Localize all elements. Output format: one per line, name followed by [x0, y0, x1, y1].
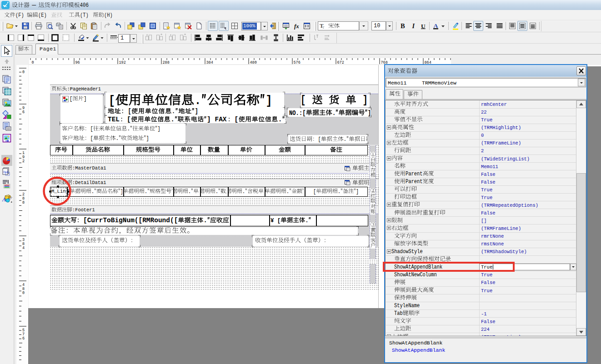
- svg-text::MasterData1: :MasterData1: [72, 165, 106, 171]
- svg-text:.: .: [172, 108, 175, 115]
- svg-text:]: ]: [146, 135, 149, 142]
- svg-text:672: 672: [337, 60, 344, 65]
- svg-text:]: ]: [356, 189, 359, 195]
- svg-text:6: 6: [22, 336, 25, 341]
- svg-text:]: ]: [362, 95, 368, 106]
- svg-text:0: 0: [22, 291, 25, 295]
- svg-text:A: A: [434, 22, 438, 29]
- svg-text:A: A: [2, 196, 6, 203]
- svg-text:.: .: [145, 189, 147, 195]
- svg-text:[CurrToBigNum([RMRound([: [CurrToBigNum([RMRound([: [83, 217, 178, 224]
- svg-text:4: 4: [22, 246, 25, 250]
- svg-text:2: 2: [22, 159, 25, 164]
- svg-text:406: 406: [80, 2, 89, 9]
- svg-text::DetailData1: :DetailData1: [72, 180, 106, 185]
- svg-text:] FAX: ] FAX: [207, 116, 227, 123]
- svg-text:[: [: [128, 108, 131, 115]
- svg-text:0: 0: [22, 70, 25, 75]
- svg-text:.: .: [195, 94, 201, 108]
- svg-text:0: 0: [32, 60, 34, 65]
- svg-text:[: [: [90, 126, 93, 132]
- svg-text:.: .: [338, 189, 341, 195]
- svg-text:6: 6: [22, 110, 25, 115]
- svg-text:.: .: [188, 189, 191, 195]
- svg-text:]: ]: [120, 189, 122, 195]
- svg-text:fx: fx: [294, 23, 299, 30]
- svg-text:B: B: [401, 22, 405, 30]
- svg-text:8: 8: [22, 200, 25, 205]
- svg-text:ShadowStyle: ShadowStyle: [391, 249, 423, 255]
- svg-text:.: .: [170, 116, 175, 123]
- svg-text:[: [: [300, 95, 306, 106]
- svg-text:.: .: [332, 110, 336, 117]
- svg-text:.: .: [203, 217, 207, 224]
- svg-text:[: [: [70, 96, 72, 102]
- svg-text:480: 480: [250, 60, 257, 65]
- svg-text:]: ]: [265, 94, 272, 108]
- svg-text:.: .: [91, 189, 94, 195]
- svg-text:(E): (E): [38, 12, 47, 19]
- svg-text:.: .: [127, 126, 130, 132]
- svg-text:[: [: [109, 94, 115, 108]
- svg-text:.: .: [215, 189, 218, 195]
- svg-text:.: .: [278, 116, 282, 123]
- svg-text::PageHeader1: :PageHeader1: [67, 86, 101, 92]
- svg-text:.: .: [344, 136, 346, 143]
- svg-text:[: [: [90, 135, 93, 142]
- svg-text:(H): (H): [104, 12, 113, 19]
- svg-text:]: ]: [157, 126, 160, 132]
- svg-text::Footer1: :Footer1: [72, 207, 95, 213]
- svg-text:¥ [: ¥ [: [270, 217, 280, 224]
- svg-text:.: .: [116, 135, 119, 142]
- svg-text:TEL: TEL: [108, 116, 120, 123]
- svg-text:.: .: [305, 217, 308, 224]
- svg-text:288: 288: [163, 60, 170, 65]
- svg-text:(F): (F): [15, 12, 24, 19]
- svg-text:r: r: [323, 25, 325, 29]
- svg-text:576: 576: [294, 60, 300, 65]
- svg-text:[: [: [235, 116, 239, 123]
- svg-text:]: ]: [195, 108, 198, 115]
- svg-text:U: U: [421, 23, 426, 30]
- svg-text:]: ]: [84, 96, 86, 102]
- svg-text:[: [: [318, 136, 321, 143]
- svg-text:.: .: [242, 189, 245, 195]
- svg-text:I: I: [412, 22, 416, 30]
- svg-text:Parent: Parent: [406, 171, 423, 177]
- svg-text:(T): (T): [80, 12, 89, 19]
- svg-text:Tab: Tab: [394, 310, 403, 317]
- svg-text:ShowAtNewColumn: ShowAtNewColumn: [394, 272, 437, 278]
- svg-text:-: -: [30, 2, 39, 9]
- svg-text:384: 384: [206, 60, 213, 65]
- svg-text:[: [: [127, 116, 131, 123]
- svg-text:Parent: Parent: [406, 179, 423, 185]
- svg-text:StyleName: StyleName: [394, 303, 420, 309]
- svg-text:96: 96: [75, 60, 80, 65]
- svg-text:[: [: [313, 189, 316, 195]
- svg-text:.: .: [286, 189, 289, 195]
- svg-text:NO.:[: NO.:[: [289, 110, 306, 117]
- svg-text:192: 192: [119, 60, 126, 65]
